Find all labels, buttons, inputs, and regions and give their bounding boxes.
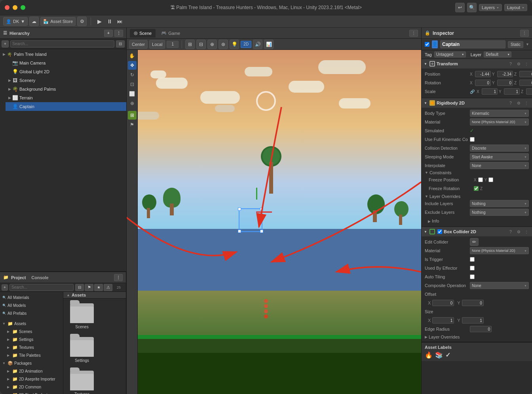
tab-game[interactable]: 🎮 Game <box>157 29 184 38</box>
tree-item-global-light[interactable]: 💡 Global Light 2D <box>6 67 126 76</box>
local-dropdown[interactable]: Local <box>149 40 165 49</box>
pkg-2d-animation[interactable]: ▶ 📁 2D Animation <box>6 367 61 375</box>
project-add-btn[interactable]: + <box>2 284 8 291</box>
hierarchy-menu-btn[interactable]: ⋮ <box>114 30 123 37</box>
grid2-btn[interactable]: ⊟ <box>196 40 206 49</box>
settings-button[interactable]: ⚙ <box>77 17 87 26</box>
rigidbody2d-menu-btn[interactable]: ⋮ <box>523 100 530 106</box>
all-materials[interactable]: 🔍 All Materials <box>2 293 61 301</box>
scale-x-input[interactable] <box>482 88 498 95</box>
rigidbody2d-header[interactable]: ▼ 🔶 Rigidbody 2D ? ⚙ ⋮ <box>422 98 532 108</box>
box-collider2d-settings-btn[interactable]: ⚙ <box>515 228 522 235</box>
audio-btn[interactable]: 🔊 <box>253 40 262 49</box>
stats-btn[interactable]: 📊 <box>264 40 274 49</box>
tree-item-captain[interactable]: 👤 Captain <box>6 102 126 111</box>
pkg-2d-pixel[interactable]: ▶ 📁 2D Pixel Perfect <box>6 391 61 394</box>
transform-header[interactable]: ▼ ✥ Transform ? ⚙ ⋮ <box>422 59 532 69</box>
scene-view[interactable]: ✋ ✥ ↻ ⊡ ⬜ ⊕ ⊞ ⚑ <box>127 50 421 394</box>
tree-item-scenery[interactable]: ▶ 🖼 Scenery <box>6 76 126 85</box>
proj-filter2[interactable]: ⚑ <box>85 284 93 291</box>
all-prefabs[interactable]: 🔍 All Prefabs <box>2 309 61 317</box>
is-trigger-checkbox[interactable] <box>470 257 475 262</box>
asset-label-icon-2[interactable]: 📚 <box>435 351 443 359</box>
rot-z-input[interactable] <box>519 80 532 86</box>
proj-settings[interactable]: ▶ 📁 Settings <box>6 335 61 343</box>
tree-item-root[interactable]: ▶ 🌴 Palm Tree Island <box>0 50 126 59</box>
proj-tile-palettes[interactable]: ▶ 📁 Tile Palettes <box>6 351 61 359</box>
pkg-2d-aseprite[interactable]: ▶ 📁 2D Aseprite Importer <box>6 375 61 383</box>
include-layers-dropdown[interactable]: Nothing <box>470 200 529 207</box>
grid-btn[interactable]: ⊞ <box>185 40 195 49</box>
asset-label-icon-1[interactable]: 🔥 <box>425 351 433 359</box>
pos-y-input[interactable] <box>497 71 513 77</box>
auto-tiling-checkbox[interactable] <box>470 274 475 279</box>
freeze-pos-x-checkbox[interactable] <box>478 177 483 182</box>
bc-material-dropdown[interactable]: None (Physics Material 2D) <box>470 247 529 254</box>
console-tab[interactable]: Console <box>31 275 48 280</box>
box-collider2d-header[interactable]: ▼ Box Collider 2D ? ⚙ ⋮ <box>422 227 532 236</box>
asset-settings[interactable]: Settings <box>68 337 96 363</box>
edit-collider-button[interactable]: ✏ <box>470 238 479 246</box>
freeze-pos-y-checkbox[interactable] <box>488 177 493 182</box>
tree-item-main-camera[interactable]: 📷 Main Camera <box>6 59 126 67</box>
hand-tool[interactable]: ✋ <box>128 51 137 60</box>
combined-tool[interactable]: ⊕ <box>128 99 137 108</box>
center-dropdown[interactable]: Center <box>129 40 148 49</box>
asset-textures[interactable]: Textures <box>68 371 96 394</box>
window-controls[interactable] <box>5 5 25 10</box>
sleeping-mode-dropdown[interactable]: Start Awake <box>470 153 529 160</box>
box-collider2d-menu-btn[interactable]: ⋮ <box>523 228 530 235</box>
body-type-dropdown[interactable]: Kinematic <box>470 110 529 117</box>
layer-dropdown[interactable]: Default <box>484 51 511 57</box>
move-tool[interactable]: ✥ <box>128 61 137 70</box>
tab-scene[interactable]: ◎ Scene <box>130 29 156 38</box>
static-button[interactable]: Static <box>508 41 523 48</box>
transform-settings-btn[interactable]: ⚙ <box>515 61 522 67</box>
custom-tool-green[interactable]: ⊞ <box>128 111 137 120</box>
edge-radius-input[interactable] <box>470 326 492 332</box>
hierarchy-search[interactable] <box>10 40 114 48</box>
use-full-kinematic-checkbox[interactable] <box>470 137 475 142</box>
rotate-tool[interactable]: ↻ <box>128 70 137 79</box>
offset-x-input[interactable] <box>432 300 454 306</box>
maximize-button[interactable] <box>21 5 25 10</box>
layout-dropdown[interactable]: Layout <box>504 4 527 11</box>
account-dropdown[interactable]: 👤 DK ▼ <box>3 17 28 26</box>
rot-y-input[interactable] <box>497 80 513 86</box>
cloud-button[interactable]: ☁ <box>29 17 39 26</box>
box-collider2d-enable-checkbox[interactable] <box>437 229 442 234</box>
scene-more-btn[interactable]: ⋮ <box>409 30 418 37</box>
scale-tool[interactable]: ⊡ <box>128 80 137 89</box>
project-search[interactable] <box>10 284 74 291</box>
rigidbody2d-settings-btn[interactable]: ⚙ <box>515 100 522 106</box>
transform-help-btn[interactable]: ? <box>507 61 514 67</box>
box-collider2d-help-btn[interactable]: ? <box>507 228 514 235</box>
light-btn[interactable]: 💡 <box>230 40 239 49</box>
scale-z-input[interactable] <box>526 88 532 95</box>
hierarchy-filter-btn[interactable]: ⊟ <box>116 40 125 48</box>
transform-menu-btn[interactable]: ⋮ <box>523 61 530 67</box>
layers-dropdown[interactable]: Layers <box>479 4 502 11</box>
search-button-title[interactable]: 🔍 <box>467 3 477 12</box>
tree-item-bg-palms[interactable]: ▶ 🌴 Background Palms <box>6 85 126 93</box>
asset-scenes[interactable]: Scenes <box>68 303 96 329</box>
asset-store-dropdown[interactable]: 🏪 Asset Store <box>40 17 76 26</box>
rigidbody2d-help-btn[interactable]: ? <box>507 100 514 106</box>
hierarchy-add-btn[interactable]: + <box>104 30 113 37</box>
pkg-2d-common[interactable]: ▶ 📁 2D Common <box>6 383 61 391</box>
2d-btn[interactable]: 2D <box>241 41 251 48</box>
proj-textures[interactable]: ▶ 📁 Textures <box>6 343 61 351</box>
scale-y-input[interactable] <box>504 88 520 95</box>
size-x-input[interactable] <box>432 317 454 324</box>
all-models[interactable]: 🔍 All Models <box>2 301 61 309</box>
collision-detection-dropdown[interactable]: Discrete <box>470 145 529 152</box>
used-by-effector-checkbox[interactable] <box>470 266 475 270</box>
history-button[interactable]: ↩ <box>455 3 465 12</box>
minimize-button[interactable] <box>13 5 17 10</box>
custom-tool-2[interactable]: ⚑ <box>128 120 137 129</box>
proj-filter4[interactable]: ⚠ <box>104 284 112 291</box>
gizmo-btn[interactable]: ⊛ <box>218 40 228 49</box>
project-menu-btn[interactable]: ⋮ <box>114 274 123 281</box>
add-hierarchy-btn[interactable]: + <box>2 40 9 48</box>
tag-dropdown[interactable]: Untagged <box>434 51 466 57</box>
